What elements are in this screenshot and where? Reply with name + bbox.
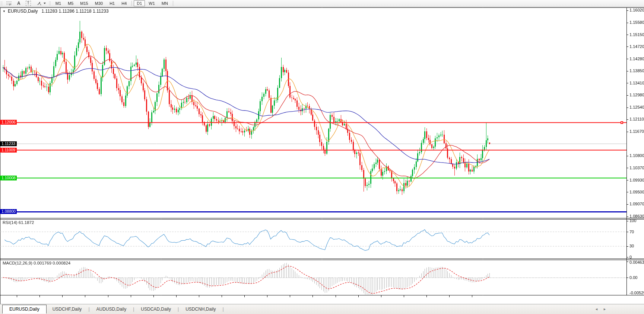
timeframe-button-h1[interactable]: H1	[107, 0, 118, 6]
chart-canvas[interactable]	[0, 0, 644, 314]
timeframe-button-m15[interactable]: M15	[77, 0, 91, 6]
tab-separator: |	[88, 307, 89, 312]
tab-scroll-right-icon[interactable]: ►	[603, 307, 606, 311]
timeframe-button-m5[interactable]: M5	[65, 0, 76, 6]
tab-scroll-left-icon[interactable]: ◄	[595, 307, 598, 311]
timeframe-button-d1[interactable]: D1	[134, 0, 145, 6]
tab-separator: |	[222, 307, 223, 312]
tab-separator: |	[133, 307, 134, 312]
tab-separator: |	[178, 307, 179, 312]
toolbar-drag-handle[interactable]	[49, 1, 51, 6]
timeframe-button-mn[interactable]: MN	[159, 0, 171, 6]
timeframe-button-h4[interactable]: H4	[118, 0, 130, 6]
text-label-icon: T	[26, 1, 31, 6]
arrows-icon	[36, 1, 42, 6]
chart-tab-usdcad[interactable]: USDCAD,Daily	[135, 305, 177, 313]
top-toolbar: F A T M1M5M15M30H1H4D1W1MN	[0, 0, 644, 7]
timeframe-button-m1[interactable]: M1	[53, 0, 64, 6]
chart-tab-usdchf[interactable]: USDCHF,Daily	[47, 305, 88, 313]
chart-tabs: EURUSD,DailyUSDCHF,Daily|AUDUSD,Daily|US…	[0, 304, 225, 314]
chevron-down-icon	[44, 3, 46, 4]
chart-tab-bar: EURUSD,DailyUSDCHF,Daily|AUDUSD,Daily|US…	[0, 304, 644, 314]
toolbar-drag-handle[interactable]	[0, 1, 3, 6]
arrows-tool-button[interactable]	[35, 0, 47, 6]
timeframe-button-w1[interactable]: W1	[146, 0, 158, 6]
text-tool-button[interactable]: A	[16, 0, 22, 6]
label-tool-button[interactable]: T	[24, 0, 32, 6]
toolbar-separator	[131, 1, 132, 6]
fibonacci-lines-icon: F	[6, 1, 12, 6]
chart-tab-eurusd[interactable]: EURUSD,Daily	[2, 305, 47, 314]
text-tool-icon: A	[17, 1, 20, 6]
chart-tab-audusd[interactable]: AUDUSD,Daily	[91, 305, 133, 313]
trading-terminal-window: F A T M1M5M15M30H1H4D1W1MN ▼ EURUSD,Dail…	[0, 0, 644, 314]
timeframe-button-group: M1M5M15M30H1H4D1W1MN	[52, 0, 175, 6]
svg-text:F: F	[9, 3, 11, 6]
fibonacci-tool-button[interactable]: F	[5, 0, 13, 6]
timeframe-button-m30[interactable]: M30	[92, 0, 106, 6]
toolbar-separator	[173, 1, 173, 6]
chart-tab-usdcnh[interactable]: USDCNH,Daily	[180, 305, 222, 313]
